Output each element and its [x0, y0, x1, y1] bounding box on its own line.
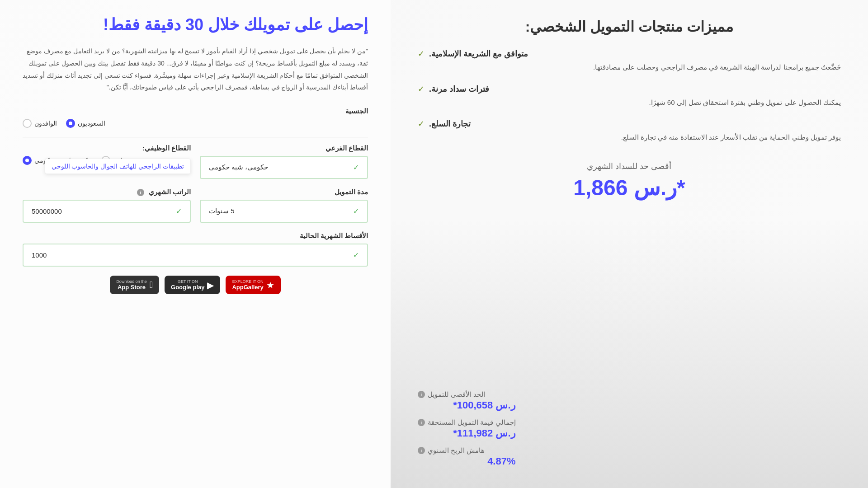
divider-1	[23, 137, 368, 137]
stat-max-finance-value: ر.س 100,658*	[418, 399, 516, 411]
feature-flexible-desc: يمكنك الحصول على تمويل وطني بفترة استحقا…	[418, 97, 841, 108]
radio-saudi-circle[interactable]	[66, 119, 75, 128]
duration-salary-row: مدة التمويل ✓ 5 سنوات الراتب الشهري i ✓ …	[23, 188, 368, 223]
check-icon-trade: ✓	[418, 119, 425, 129]
stat-total-finance-label: إجمالي قيمة التمويل المستحقة	[428, 418, 516, 427]
stat-annual-profit-label: هامش الربح السنوي	[428, 446, 485, 455]
monthly-salary-value: 50000000	[32, 207, 62, 215]
info-icon-annual-profit[interactable]: i	[418, 447, 425, 454]
stat-max-finance-label: الحد الأقصى للتمويل	[428, 390, 486, 399]
sub-sector-label: القطاع الفرعي	[200, 144, 368, 152]
appgallery-name: AppGallery	[232, 284, 263, 291]
info-icon-salary[interactable]: i	[137, 189, 144, 196]
installment-field[interactable]: ✓ 1000	[23, 244, 368, 267]
tooltip-mobile-apps: تطبيقات الراجحي للهاتف الجوال والحاسوب ا…	[45, 159, 191, 174]
feature-sharia-title: متوافق مع الشريعة الإسلامية.	[429, 49, 528, 59]
radio-saudi[interactable]: السعوديون	[66, 119, 105, 128]
nationality-label: الجنسية	[23, 107, 368, 115]
check-icon-sharia: ✓	[418, 49, 425, 59]
bottom-stats: الحد الأقصى للتمويل i ر.س 100,658* إجمال…	[418, 390, 516, 474]
monthly-limit-label: أقصى حد للسداد الشهري	[418, 161, 841, 171]
feature-trade-desc: يوفر تمويل وطني الحماية من تقلب الأسعار …	[418, 131, 841, 143]
finance-duration-field[interactable]: ✓ 5 سنوات	[200, 200, 368, 223]
employment-sector-label: القطاع الوظيفي:	[23, 144, 191, 152]
app-buttons-row: ★ EXPLORE IT ON AppGallery ▶ GET IT ON G…	[23, 276, 368, 294]
check-icon-duration: ✓	[353, 207, 359, 216]
appstore-button[interactable]:  Download on the App Store	[110, 276, 159, 294]
appstore-sub: Download on the	[116, 279, 147, 284]
finance-duration-label: مدة التمويل	[200, 188, 368, 196]
features-title: مميزات منتجات التمويل الشخصي:	[418, 18, 841, 35]
feature-sharia-desc: خَضَّعتُ جميع برامجنا لدراسة الهيئة الشر…	[418, 61, 841, 73]
page-wrapper: مميزات منتجات التمويل الشخصي: متوافق مع …	[0, 0, 868, 488]
radio-expat-label: الوافدون	[34, 120, 57, 127]
sub-sector-value: حكومي، شبه حكومي	[209, 163, 268, 171]
radio-gov-circle[interactable]	[23, 156, 32, 165]
feature-trade-title: تجارة السلع.	[429, 119, 471, 129]
info-icon-max-finance[interactable]: i	[418, 391, 425, 398]
monthly-salary-field[interactable]: ✓ 50000000	[23, 200, 191, 223]
nationality-radio-group: السعوديون الوافدون	[23, 119, 368, 128]
stat-total-finance-value: ر.س 111,982*	[418, 427, 516, 439]
nationality-group: الجنسية السعوديون الوافدون	[23, 107, 368, 128]
finance-duration-group: مدة التمويل ✓ 5 سنوات	[200, 188, 368, 223]
check-icon-flexible: ✓	[418, 84, 425, 94]
monthly-salary-label: الراتب الشهري i	[23, 188, 191, 197]
sub-sector-group: القطاع الفرعي ✓ حكومي، شبه حكومي	[200, 144, 368, 179]
radio-saudi-label: السعوديون	[78, 120, 105, 127]
appgallery-sub: EXPLORE IT ON	[232, 279, 263, 284]
right-panel: إحصل على تمويلك خلال 30 دقيقة فقط! "من ل…	[0, 0, 391, 488]
check-icon-installment: ✓	[353, 251, 359, 259]
info-icon-total-finance[interactable]: i	[418, 419, 425, 426]
feature-trade: تجارة السلع. ✓ يوفر تمويل وطني الحماية م…	[418, 119, 841, 143]
nationality-row: الجنسية السعوديون الوافدون	[23, 107, 368, 128]
googleplay-sub: GET IT ON	[171, 279, 204, 284]
appgallery-button[interactable]: ★ EXPLORE IT ON AppGallery	[226, 276, 280, 294]
radio-expat-circle[interactable]	[23, 119, 32, 128]
left-panel: مميزات منتجات التمويل الشخصي: متوافق مع …	[391, 0, 868, 488]
quote-text: "من لا يحلم بأن يحصل على تمويل شخصي إذا …	[23, 45, 368, 93]
check-icon-salary: ✓	[176, 207, 182, 216]
stat-annual-profit-value: 4.87%	[418, 455, 516, 467]
stat-max-finance: الحد الأقصى للتمويل i ر.س 100,658*	[418, 390, 516, 411]
form-section: الجنسية السعوديون الوافدون	[23, 107, 368, 295]
stat-annual-profit: هامش الربح السنوي i 4.87%	[418, 446, 516, 467]
finance-duration-value: 5 سنوات	[209, 207, 235, 215]
googleplay-button[interactable]: ▶ GET IT ON Google play	[165, 276, 220, 294]
monthly-limit-value: ر.س 1,866*	[418, 175, 841, 200]
googleplay-name: Google play	[171, 284, 204, 291]
feature-flexible: فترات سداد مرنة. ✓ يمكنك الحصول على تموي…	[418, 84, 841, 108]
appstore-name: App Store	[116, 284, 147, 291]
appstore-icon: 	[150, 280, 153, 290]
hero-title: إحصل على تمويلك خلال 30 دقيقة فقط!	[23, 14, 368, 36]
googleplay-icon: ▶	[207, 280, 214, 291]
appgallery-icon: ★	[266, 280, 274, 291]
check-icon-sub-sector: ✓	[353, 163, 359, 172]
stat-total-finance: إجمالي قيمة التمويل المستحقة i ر.س 111,9…	[418, 418, 516, 439]
installment-label: الأقساط الشهرية الحالية	[23, 232, 368, 240]
feature-flexible-title: فترات سداد مرنة.	[429, 84, 489, 94]
radio-expat[interactable]: الوافدون	[23, 119, 57, 128]
feature-sharia: متوافق مع الشريعة الإسلامية. ✓ خَضَّعتُ …	[418, 49, 841, 73]
sub-sector-field[interactable]: ✓ حكومي، شبه حكومي	[200, 156, 368, 179]
stats-section: أقصى حد للسداد الشهري ر.س 1,866*	[418, 161, 841, 200]
installment-value: 1000	[32, 251, 47, 259]
installment-section: الأقساط الشهرية الحالية ✓ 1000	[23, 232, 368, 267]
monthly-salary-group: الراتب الشهري i ✓ 50000000 تطبيقات الراج…	[23, 188, 191, 223]
